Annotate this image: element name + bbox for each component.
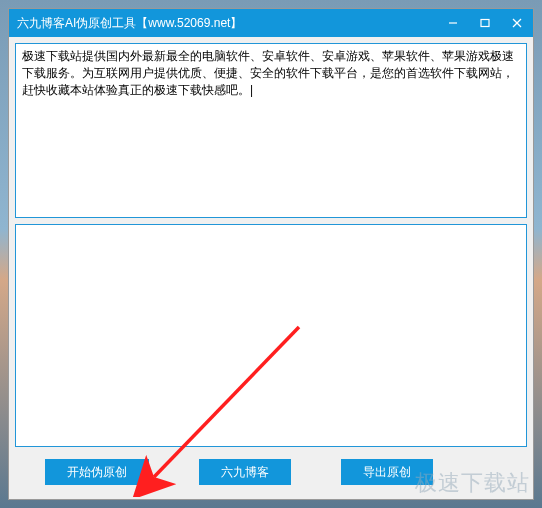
titlebar: 六九博客AI伪原创工具【www.52069.net】 <box>9 9 533 37</box>
blog-button[interactable]: 六九博客 <box>199 459 291 485</box>
output-textarea[interactable] <box>15 224 527 447</box>
button-row: 开始伪原创 六九博客 导出原创 <box>15 453 527 493</box>
window-controls <box>437 9 533 37</box>
window-title: 六九博客AI伪原创工具【www.52069.net】 <box>17 15 437 32</box>
export-button[interactable]: 导出原创 <box>341 459 433 485</box>
close-button[interactable] <box>501 9 533 37</box>
app-window: 六九博客AI伪原创工具【www.52069.net】 极速下载站提供国内外最新最… <box>8 8 534 500</box>
input-textarea[interactable]: 极速下载站提供国内外最新最全的电脑软件、安卓软件、安卓游戏、苹果软件、苹果游戏极… <box>15 43 527 218</box>
start-button[interactable]: 开始伪原创 <box>45 459 149 485</box>
content-area: 极速下载站提供国内外最新最全的电脑软件、安卓软件、安卓游戏、苹果软件、苹果游戏极… <box>9 37 533 499</box>
svg-rect-1 <box>481 20 489 27</box>
minimize-button[interactable] <box>437 9 469 37</box>
maximize-button[interactable] <box>469 9 501 37</box>
